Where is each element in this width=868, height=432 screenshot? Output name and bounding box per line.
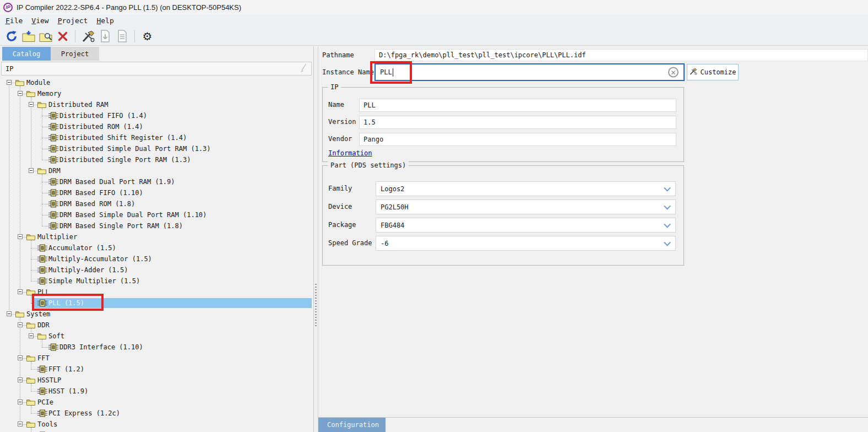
collapse-toggle[interactable] [7,80,12,85]
ip-core-icon [37,255,47,264]
tree-item[interactable]: DRM Based ROM (1.8) [1,198,312,209]
tree-item[interactable]: FFT (1.2) [1,364,312,375]
tree-guide-line [31,270,37,271]
tree-item[interactable]: Module [1,77,312,88]
menu-item-view[interactable]: View [31,17,48,25]
collapse-toggle[interactable] [29,333,34,338]
tree-header-label: IP [6,65,13,73]
ip-core-icon [37,409,47,419]
collapse-toggle[interactable] [18,399,23,404]
ip-core-icon [37,299,47,309]
speed-grade-dropdown[interactable]: -6 [376,236,676,251]
collapse-toggle[interactable] [18,289,23,294]
collapse-toggle[interactable] [29,102,34,107]
tree-guide-line [42,215,48,215]
generate-tools-icon[interactable] [79,29,96,44]
tree-item[interactable]: Multiply-Accumulator (1.5) [1,253,312,264]
tab-project[interactable]: Project [51,47,99,61]
tree-guide-line [22,237,26,237]
tree-guide-line [33,171,37,171]
tree-item[interactable]: System [1,309,312,320]
tree-item[interactable]: Distributed Shift Register (1.4) [1,132,312,143]
tree-item-label: DRM Based Single Port RAM (1.8) [59,222,183,230]
part-settings-group: Part (PDS settings) FamilyLogos2DevicePG… [322,165,684,266]
collapse-toggle[interactable] [18,234,23,239]
collapse-toggle[interactable] [29,168,34,173]
tree-item[interactable]: PCIe [1,397,312,408]
collapse-toggle[interactable] [7,311,12,316]
collapse-toggle[interactable] [18,355,23,360]
tree-item[interactable]: PLL (1.5) [1,298,312,309]
family-dropdown[interactable]: Logos2 [376,181,676,196]
tree-item[interactable]: DRM Based Single Port RAM (1.8) [1,220,312,231]
tree-item[interactable] [1,430,312,432]
collapse-toggle[interactable] [18,91,23,96]
configuration-tab[interactable]: Configuration [318,418,386,432]
tree-item[interactable]: HSST (1.9) [1,386,312,397]
menu-bar: FileViewProjectHelp [0,14,868,27]
tree-item[interactable]: Distributed Simple Dual Port RAM (1.3) [1,143,312,154]
text-cursor [393,68,393,77]
clear-input-icon[interactable]: ✕ [668,67,679,78]
tree-item[interactable]: DDR [1,320,312,331]
tab-catalog[interactable]: Catalog [2,47,51,61]
instance-name-input[interactable]: PLL ✕ [375,63,685,81]
tree-item[interactable]: Distributed ROM (1.4) [1,121,312,132]
tree-item[interactable]: PCI Express (1.2c) [1,408,312,419]
information-link[interactable]: Information [328,149,372,157]
folder-icon [26,354,35,363]
tree-item-label: PLL [37,288,50,296]
collapse-toggle[interactable] [18,322,23,327]
tree-header[interactable]: IP [1,62,312,75]
vendor-value-field: Pango [359,133,676,146]
tree-item[interactable]: Accumulator (1.5) [1,242,312,253]
dropdown-value: PG2L50H [381,203,409,211]
collapse-toggle[interactable] [18,422,23,426]
tree-item[interactable]: Distributed FIFO (1.4) [1,110,312,121]
pathname-label: Pathname [322,51,354,59]
tree-item-label: DRM Based Simple Dual Port RAM (1.10) [59,211,207,219]
refresh-icon[interactable] [3,29,20,44]
tree-item-label: Distributed Simple Dual Port RAM (1.3) [59,145,211,153]
tree-item[interactable]: DRM Based Dual Port RAM (1.9) [1,176,312,187]
package-dropdown[interactable]: FBG484 [376,218,676,233]
browse-folder-icon[interactable] [37,29,54,44]
tree-item[interactable]: Tools [1,419,312,430]
tree-item[interactable]: Multiply-Adder (1.5) [1,264,312,276]
device-dropdown[interactable]: PG2L50H [376,199,676,214]
tree-item[interactable]: FFT [1,353,312,364]
tree-item[interactable]: Distributed RAM [1,99,312,110]
tree-item[interactable]: Distributed Single Port RAM (1.3) [1,154,312,165]
delete-icon[interactable] [54,29,71,44]
tree-item[interactable]: HSSTLP [1,375,312,386]
tree-item[interactable]: DDR3 Interface (1.10) [1,342,312,353]
tree-guide-line [22,94,26,94]
tree-item-label: Accumulator (1.5) [48,244,116,252]
tree-guide-line [31,391,37,392]
ip-core-icon [37,387,47,397]
tree-item[interactable]: DRM Based Simple Dual Port RAM (1.10) [1,209,312,220]
tree-item[interactable]: Memory [1,88,312,99]
tree-item[interactable]: Simple Multiplier (1.5) [1,276,312,287]
folder-icon [26,90,35,99]
menu-item-file[interactable]: File [6,17,23,25]
tree-item[interactable]: PLL [1,287,312,298]
panel-divider [318,417,868,418]
tree-item-label: Distributed RAM [48,101,108,109]
customize-button[interactable]: Customize [687,64,739,80]
tree-item[interactable]: DRM [1,165,312,176]
settings-gear-icon[interactable]: ⚙ [139,29,156,44]
tree-item-label: Multiply-Accumulator (1.5) [48,255,152,263]
tree-item[interactable]: DRM Based FIFO (1.10) [1,187,312,198]
menu-item-help[interactable]: Help [96,17,113,25]
tree-item[interactable]: Multiplier [1,231,312,242]
collapse-toggle[interactable] [18,377,23,382]
instance-name-value: PLL [380,68,392,76]
tree-guide-line [42,127,48,127]
panel-splitter[interactable] [314,46,318,432]
tree-item[interactable]: Soft [1,331,312,342]
ip-core-icon [48,200,58,209]
import-folder-icon[interactable] [20,29,37,44]
menu-item-project[interactable]: Project [58,17,88,25]
tree-item-label: FFT [37,354,50,362]
